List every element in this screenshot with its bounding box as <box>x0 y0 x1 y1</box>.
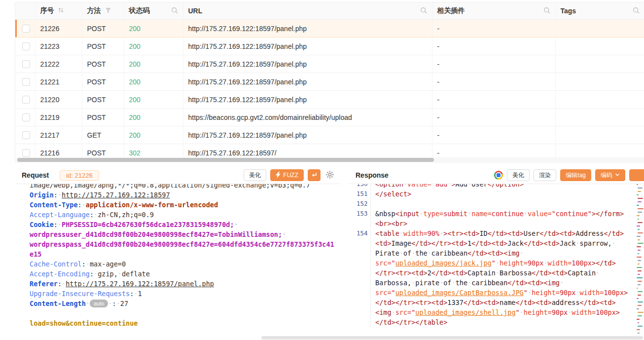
request-code-line: Referer:·http://175.27.169.122:18597/pan… <box>30 279 335 289</box>
row-checkbox[interactable] <box>22 149 30 157</box>
cell-plugins: - <box>432 73 555 91</box>
column-label-plugins: 相关插件 <box>437 6 465 15</box>
requests-table: 序号 方法 状态码 <box>15 2 644 162</box>
chrome-icon[interactable] <box>494 171 503 180</box>
column-header-tags[interactable]: Tags <box>555 2 644 20</box>
line-number: 154 <box>349 228 370 327</box>
code-link[interactable]: uploaded_images/CaptBarbossa.JPG <box>395 289 524 297</box>
cell-plugins: - <box>432 20 555 38</box>
request-code-line: Accept-Encoding:·gzip,·deflate <box>30 269 335 279</box>
column-header-seq[interactable]: 序号 <box>35 2 82 20</box>
encode-button[interactable]: 编码 <box>595 169 625 181</box>
row-checkbox[interactable] <box>22 113 30 121</box>
beautify-button[interactable]: 美化 <box>507 169 530 181</box>
cell-plugins: - <box>432 109 555 126</box>
search-icon[interactable] <box>543 7 550 15</box>
response-code-line: 152 <box>349 199 644 209</box>
search-icon[interactable] <box>171 7 178 15</box>
code-link[interactable]: http://175.27.169.122:18597/panel.php <box>66 280 214 288</box>
column-header-status[interactable]: 状态码 <box>124 2 183 20</box>
response-editor[interactable]: 150<option·value="add">Add·User</option>… <box>349 184 644 340</box>
cell-seq: 21222 <box>35 55 82 73</box>
cell-tags <box>555 55 644 73</box>
search-icon[interactable] <box>420 7 427 15</box>
line-content: <option·value="add">Add·User</option> <box>370 184 635 189</box>
cell-seq: 21219 <box>35 109 82 126</box>
line-content: <table·width=90%·><tr><td>ID</td><td>Use… <box>370 228 635 327</box>
edit-tag-button[interactable]: 编辑tag <box>560 169 591 181</box>
minimap[interactable] <box>636 184 644 340</box>
cell-url: http://175.27.169.122:18597/panel.php <box>183 55 432 73</box>
column-header-method[interactable]: 方法 <box>82 2 124 20</box>
code-link[interactable]: http://175.27.169.122:18597 <box>62 191 170 199</box>
line-content <box>370 199 635 209</box>
row-checkbox-cell <box>15 38 35 55</box>
row-checkbox[interactable] <box>22 42 30 50</box>
cell-tags <box>555 73 644 91</box>
settings-button[interactable] <box>324 170 335 181</box>
request-toolbar: 美化 FUZZ <box>244 169 335 181</box>
cell-plugins: - <box>432 55 555 73</box>
table-row[interactable]: 21222POST200http://175.27.169.122:18597/… <box>15 55 644 73</box>
request-code-line: Cookie:·PHPSESSID=6cb4267630f56dca1e2378… <box>30 220 335 259</box>
request-panel-title: Request <box>22 171 49 179</box>
cell-tags <box>555 109 644 126</box>
cell-seq: 21226 <box>35 20 82 38</box>
code-link[interactable]: uploaded_images/shell.jpg <box>415 308 515 316</box>
request-code-line: Origin:·http://175.27.169.122:18597 <box>30 190 335 200</box>
column-label-seq: 序号 <box>40 6 54 15</box>
fuzz-button[interactable]: FUZZ <box>270 169 304 181</box>
request-code-line: Content-Length·auto·:·27 <box>30 299 335 308</box>
scrollbar-thumb[interactable] <box>17 158 434 162</box>
cell-tags <box>555 126 644 144</box>
cell-method: GET <box>82 126 124 144</box>
filter-icon[interactable] <box>105 7 111 15</box>
cell-tags <box>555 38 644 55</box>
request-code-line: Upgrade-Insecure-Requests:·1 <box>30 289 335 299</box>
cell-status: 200 <box>124 55 183 73</box>
table-row[interactable]: 21220POST200http://175.27.169.122:18597/… <box>15 91 644 109</box>
line-number: 153 <box>349 209 370 228</box>
send-button[interactable] <box>308 169 321 181</box>
row-checkbox[interactable] <box>22 25 30 33</box>
row-checkbox[interactable] <box>22 131 30 139</box>
row-checkbox[interactable] <box>22 60 30 68</box>
toolbar-overflow-button[interactable] <box>629 169 644 181</box>
row-checkbox[interactable] <box>22 78 30 86</box>
cell-url: http://175.27.169.122:18597/panel.php <box>183 91 432 109</box>
render-button[interactable]: 渲染 <box>534 169 556 181</box>
table-body: 21226POST200http://175.27.169.122:18597/… <box>15 20 644 162</box>
beautify-button[interactable]: 美化 <box>244 169 266 181</box>
cell-tags <box>555 20 644 38</box>
cell-seq: 21223 <box>35 38 82 55</box>
table-header-row: 序号 方法 状态码 <box>15 2 644 20</box>
column-label-url: URL <box>188 7 203 15</box>
response-code-line: 151</select> <box>349 189 644 199</box>
bottom-scrollbar[interactable] <box>261 336 643 340</box>
table-row[interactable]: 21219POST200https://beacons.gcp.gvt2.com… <box>15 109 644 126</box>
row-checkbox[interactable] <box>22 96 30 104</box>
request-panel-header: Request id: 21226 美化 FUZZ <box>15 167 340 184</box>
row-checkbox-cell <box>15 55 35 73</box>
table-row[interactable]: 21226POST200http://175.27.169.122:18597/… <box>15 20 644 38</box>
request-id-badge: id: 21226 <box>60 170 99 181</box>
table-row[interactable]: 21221POST200http://175.27.169.122:18597/… <box>15 73 644 91</box>
table-row[interactable]: 21217GET200http://175.27.169.122:18597/p… <box>15 126 644 144</box>
column-header-plugins[interactable]: 相关插件 <box>432 2 555 20</box>
table-horizontal-scrollbar <box>15 157 644 163</box>
button-label: 渲染 <box>539 172 551 178</box>
request-editor[interactable]: image/webp,image/apng,*/*;q=0.8,applicat… <box>15 184 340 340</box>
cell-method: POST <box>82 20 124 38</box>
cell-method: POST <box>82 109 124 126</box>
line-number: 150 <box>349 184 370 189</box>
table-row[interactable]: 21223POST200http://175.27.169.122:18597/… <box>15 38 644 55</box>
cell-plugins: - <box>432 126 555 144</box>
cell-plugins: - <box>432 91 555 109</box>
column-header-url[interactable]: URL <box>183 2 432 20</box>
chevron-down-icon <box>615 172 620 178</box>
cell-seq: 21221 <box>35 73 82 91</box>
search-icon[interactable] <box>633 7 640 15</box>
code-link[interactable]: uploaded_images/jack.jpg <box>395 259 492 267</box>
sort-icon[interactable] <box>58 7 64 15</box>
response-code-line: 150<option·value="add">Add·User</option> <box>349 184 644 189</box>
